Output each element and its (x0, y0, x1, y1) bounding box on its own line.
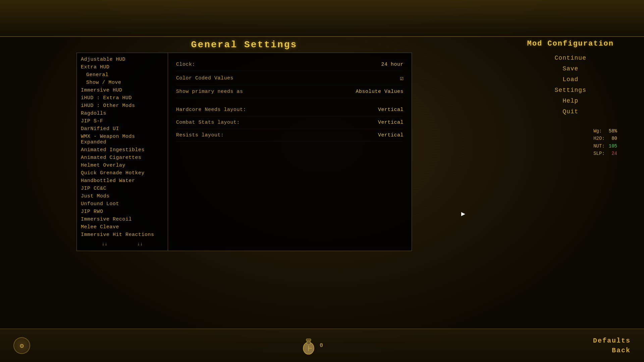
sidebar-item-adjustable-hud[interactable]: Adjustable HUD (77, 56, 168, 63)
arrow-left: ↓↓ (102, 241, 107, 247)
weight-row: Wg: 58% (593, 127, 617, 135)
settings-button[interactable]: Settings (552, 85, 589, 95)
setting-row-combat-stats-layout: Combat Stats layout:Vertical (176, 116, 404, 129)
load-button[interactable]: Load (560, 75, 581, 84)
mod-config-panel: Mod Configuration ContinueSaveLoadSettin… (527, 40, 614, 116)
main-container: General Settings Adjustable HUDExtra HUD… (76, 40, 412, 234)
sidebar-item-general[interactable]: General (77, 71, 168, 79)
sidebar: Adjustable HUDExtra HUDGeneralShow / Mov… (77, 53, 168, 251)
h2o-value: 80 (611, 135, 617, 142)
sidebar-item-just-mods[interactable]: Just Mods (77, 192, 168, 200)
help-button[interactable]: Help (560, 96, 581, 106)
sidebar-item-helmet-overlay[interactable]: Helmet Overlay (77, 162, 168, 169)
sidebar-item-unfound-loot[interactable]: Unfound Loot (77, 200, 168, 208)
setting-label-combat-stats-layout: Combat Stats layout: (176, 120, 240, 125)
bottom-bar: ⚙ 0 Defaults Back (0, 328, 644, 362)
h2o-label: H2O: (593, 135, 605, 142)
slp-row: SLP: 24 (593, 150, 617, 157)
content-panel: Adjustable HUDExtra HUDGeneralShow / Mov… (76, 53, 412, 251)
sidebar-item-ragdolls[interactable]: Ragdolls (77, 110, 168, 117)
setting-row-resists-layout: Resists layout:Vertical (176, 129, 404, 142)
stats-overlay: Wg: 58% H2O: 80 NUT: 105 SLP: 24 (593, 127, 617, 158)
slp-value: 24 (611, 150, 617, 157)
defaults-button[interactable]: Defaults (593, 337, 631, 345)
svg-rect-1 (307, 341, 310, 345)
sidebar-item-ihud-other-mods[interactable]: iHUD : Other Mods (77, 102, 168, 110)
nut-label: NUT: (593, 142, 605, 150)
sidebar-item-animated-cigarettes[interactable]: Animated Cigarettes (77, 154, 168, 162)
sidebar-arrows: ↓↓↓↓ (77, 240, 168, 248)
bottom-left-icon: ⚙ (13, 337, 30, 354)
nut-row: NUT: 105 (593, 142, 617, 150)
setting-label-clock: Clock: (176, 62, 195, 67)
setting-label-show-primary-needs: Show primary needs as (176, 89, 243, 95)
sidebar-item-immersive-hud[interactable]: Immersive HUD (77, 86, 168, 94)
page-title: General Settings (76, 40, 412, 50)
h2o-row: H2O: 80 (593, 135, 617, 142)
svg-rect-2 (306, 339, 311, 341)
quit-button[interactable]: Quit (560, 107, 581, 116)
weight-label: Wg: (593, 127, 602, 135)
sidebar-item-show-move[interactable]: Show / Move (77, 79, 168, 86)
save-button[interactable]: Save (560, 64, 581, 73)
setting-row-show-primary-needs: Show primary needs asAbsolute Values (176, 85, 404, 98)
sidebar-item-extra-hud[interactable]: Extra HUD (77, 63, 168, 71)
sidebar-item-wmx[interactable]: WMX - Weapon Mods Expanded (77, 133, 168, 146)
sidebar-item-quick-grenade-hotkey[interactable]: Quick Grenade Hotkey (77, 169, 168, 177)
sidebar-item-handbottled-water[interactable]: Handbottled Water (77, 177, 168, 185)
sidebar-item-jip-ccc[interactable]: JIP CC&C (77, 185, 168, 192)
arrow-right: ↓↓ (137, 241, 143, 247)
sidebar-item-immersive-hit-reactions[interactable]: Immersive Hit Reactions (77, 231, 168, 239)
setting-row-hardcore-needs-layout: Hardcore Needs layout:Vertical (176, 104, 404, 116)
slp-label: SLP: (593, 150, 605, 157)
sidebar-item-immersive-recoil[interactable]: Immersive Recoil (77, 216, 168, 223)
bottom-right: Defaults Back (593, 337, 631, 354)
setting-value-hardcore-needs-layout: Vertical (378, 107, 404, 113)
setting-value-clock: 24 hour (381, 62, 404, 67)
sidebar-item-melee-cleave[interactable]: Melee Cleave (77, 223, 168, 231)
setting-value-combat-stats-layout: Vertical (378, 120, 404, 125)
setting-label-resists-layout: Resists layout: (176, 132, 224, 138)
continue-button[interactable]: Continue (552, 53, 589, 63)
setting-value-color-coded-values[interactable]: ☑ (400, 74, 404, 82)
nut-value: 105 (609, 142, 617, 150)
setting-label-hardcore-needs-layout: Hardcore Needs layout: (176, 107, 246, 113)
grenade-icon (300, 336, 317, 356)
setting-value-resists-layout: Vertical (378, 132, 404, 138)
setting-row-color-coded-values: Color Coded Values☑ (176, 71, 404, 85)
setting-value-show-primary-needs: Absolute Values (356, 89, 404, 95)
sidebar-item-darnified-ui[interactable]: DarNified UI (77, 125, 168, 133)
setting-spacer (176, 98, 404, 104)
settings-panel: Clock:24 hourColor Coded Values☑Show pri… (168, 53, 412, 251)
setting-label-color-coded-values: Color Coded Values (176, 75, 233, 81)
sidebar-item-jip-rwo[interactable]: JIP RWO (77, 208, 168, 216)
sidebar-item-ihud-extra-hud[interactable]: iHUD : Extra HUD (77, 94, 168, 102)
top-banner (0, 0, 644, 37)
weight-value: 58% (609, 127, 617, 135)
back-button[interactable]: Back (612, 347, 631, 354)
cursor: ▶ (461, 209, 468, 216)
mod-config-title: Mod Configuration (527, 40, 614, 48)
sidebar-item-jip-sf[interactable]: JIP S-F (77, 117, 168, 125)
setting-row-clock: Clock:24 hour (176, 58, 404, 71)
grenade-count: 0 (320, 343, 323, 349)
sidebar-item-animated-ingestibles[interactable]: Animated Ingestibles (77, 146, 168, 154)
grenade-area: 0 (300, 336, 323, 356)
